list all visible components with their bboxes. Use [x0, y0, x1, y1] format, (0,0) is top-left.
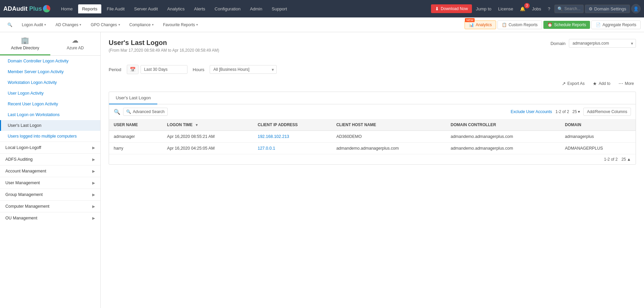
sidebar-item-user-logon-activity[interactable]: User Logon Activity: [0, 88, 100, 99]
domain-label: Domain: [550, 41, 566, 46]
cell-username-2: harry: [109, 143, 162, 154]
active-directory-icon: 🏢: [21, 36, 29, 44]
report-actions: ↗ Export As ★ Add to ⋯ More: [109, 80, 636, 88]
nav-home[interactable]: Home: [57, 4, 77, 13]
calendar-button[interactable]: 📅: [127, 65, 139, 74]
download-icon: ⬇: [435, 6, 439, 11]
subnav-compliance[interactable]: Compliance ▾: [125, 20, 158, 29]
sidebar-section-group-management[interactable]: Group Management ▶: [0, 189, 100, 200]
schedule-reports-button[interactable]: ⏰ Schedule Reports: [543, 21, 590, 29]
chevron-right-icon: ▶: [92, 216, 95, 220]
subnav-logon-audit[interactable]: Logon Audit ▾: [18, 20, 50, 29]
table-tabs: User's Last Logon: [109, 92, 636, 104]
nav-support[interactable]: Support: [268, 4, 291, 13]
nav-admin[interactable]: Admin: [246, 4, 266, 13]
sidebar-section-account-management[interactable]: Account Management ▶: [0, 165, 100, 177]
notification-badge: 3: [524, 3, 530, 8]
add-remove-columns-button[interactable]: Add/Remove Columns: [583, 108, 631, 116]
logo-text: ADAudit Plus: [3, 5, 42, 12]
custom-reports-icon: 📋: [502, 22, 507, 27]
cell-client-ip-2[interactable]: 127.0.0.1: [253, 143, 331, 154]
sidebar-section-computer-management[interactable]: Computer Management ▶: [0, 200, 100, 212]
table-header-row: USER NAME LOGON TIME ▼ CLIENT IP ADDRESS…: [109, 119, 636, 131]
sidebar: 🏢 Active Directory ☁ Azure AD Domain Con…: [0, 32, 101, 308]
add-to-button[interactable]: ★ Add to: [591, 80, 612, 88]
nav-alerts[interactable]: Alerts: [190, 4, 209, 13]
sidebar-item-users-last-logon[interactable]: User's Last Logon: [0, 120, 100, 131]
chevron-down-icon: ▾: [578, 109, 580, 114]
jobs[interactable]: Jobs: [529, 5, 544, 13]
table-header-bar: 🔍 🔍 Advanced Search Exclude User Account…: [109, 104, 636, 119]
subnav-gpo-changes[interactable]: GPO Changes ▾: [87, 20, 124, 29]
sub-navigation: 🔍 Logon Audit ▾ AD Changes ▾ GPO Changes…: [0, 17, 644, 32]
nav-analytics[interactable]: Analytics: [163, 4, 189, 13]
period-input[interactable]: [141, 65, 187, 74]
hours-select[interactable]: All [Business Hours]: [210, 65, 277, 74]
top-navigation: ADAudit Plus Home Reports File Audit Ser…: [0, 0, 644, 17]
footer-per-page-selector[interactable]: 25 ▲: [622, 157, 631, 162]
help-button[interactable]: ?: [545, 5, 553, 13]
nav-file-audit[interactable]: File Audit: [103, 4, 128, 13]
nav-reports[interactable]: Reports: [78, 4, 102, 13]
chevron-down-icon: ▾: [79, 23, 81, 27]
domain-select[interactable]: admanagerplus.com: [569, 39, 636, 48]
sidebar-items: Domain Controller Logon Activity Member …: [0, 56, 100, 308]
advanced-search-button[interactable]: 🔍 Advanced Search: [123, 108, 168, 116]
exclude-user-accounts-link[interactable]: Exclude User Accounts: [511, 109, 552, 114]
sidebar-item-workstation-logon[interactable]: Workstation Logon Activity: [0, 77, 100, 88]
custom-reports-button[interactable]: 📋 Custom Reports: [497, 20, 542, 29]
cell-client-ip-1[interactable]: 192.168.102.213: [253, 131, 331, 143]
download-button[interactable]: ⬇ Download Now: [431, 4, 472, 13]
per-page-selector[interactable]: 25 ▾: [573, 109, 580, 114]
sidebar-tab-active-directory[interactable]: 🏢 Active Directory: [0, 32, 50, 55]
col-logon-time[interactable]: LOGON TIME ▼: [162, 119, 253, 131]
col-domain: DOMAIN: [560, 119, 636, 131]
table-search-icon[interactable]: 🔍: [114, 109, 120, 115]
sidebar-section-local-logon[interactable]: Local Logon-Logoff ▶: [0, 142, 100, 153]
sidebar-item-domain-controller-logon[interactable]: Domain Controller Logon Activity: [0, 56, 100, 66]
chevron-up-icon: ▲: [627, 157, 631, 162]
sidebar-section-ou-management[interactable]: OU Management ▶: [0, 212, 100, 224]
sidebar-section-adfs[interactable]: ADFS Auditing ▶: [0, 153, 100, 165]
domain-select-wrapper: admanagerplus.com: [569, 39, 636, 48]
col-client-host: CLIENT HOST NAME: [332, 119, 446, 131]
analytics-button[interactable]: NEW 📊 Analytics: [465, 20, 496, 29]
jump-to[interactable]: Jump to: [473, 5, 494, 13]
gear-icon: ⚙: [589, 6, 593, 11]
notifications[interactable]: 🔔 3: [517, 5, 528, 13]
sort-icon: ▼: [195, 123, 198, 127]
search-icon: 🔍: [7, 22, 12, 27]
logo: ADAudit Plus: [3, 5, 50, 12]
table-footer: 1-2 of 2 25 ▲: [109, 154, 636, 164]
license[interactable]: License: [495, 5, 516, 13]
sidebar-section-user-management[interactable]: User Management ▶: [0, 177, 100, 189]
sidebar-item-member-server-logon[interactable]: Member Server Logon Activity: [0, 66, 100, 77]
more-button[interactable]: ⋯ More: [616, 80, 636, 88]
aggregate-reports-button[interactable]: 📄 Aggregate Reports: [591, 20, 641, 29]
logo-icon: [43, 5, 50, 12]
search-box[interactable]: 🔍 Search...: [554, 5, 584, 13]
cell-username-1: admanager: [109, 131, 162, 143]
search-icon: 🔍: [557, 6, 563, 11]
table-tab-users-last-logon[interactable]: User's Last Logon: [109, 92, 157, 104]
sidebar-item-last-logon-workstations[interactable]: Last Logon on Workstations: [0, 109, 100, 120]
domain-settings-button[interactable]: ⚙ Domain Settings: [585, 5, 630, 13]
sidebar-item-recent-user-logon[interactable]: Recent User Logon Activity: [0, 99, 100, 109]
sidebar-tab-azure-ad[interactable]: ☁ Azure AD: [50, 32, 101, 55]
period-label: Period: [109, 67, 121, 72]
hours-label: Hours: [193, 67, 205, 72]
analytics-icon: 📊: [469, 22, 474, 27]
sidebar-item-users-multiple-computers[interactable]: Users logged into multiple computers: [0, 131, 100, 142]
subnav-favourite-reports[interactable]: Favourite Reports ▾: [159, 20, 202, 29]
chevron-right-icon: ▶: [92, 157, 95, 162]
nav-configuration[interactable]: Configuration: [211, 4, 245, 13]
export-as-button[interactable]: ↗ Export As: [560, 80, 587, 88]
user-menu-button[interactable]: 👤: [631, 4, 641, 13]
advanced-search-icon: 🔍: [126, 109, 131, 114]
azure-ad-icon: ☁: [72, 36, 78, 44]
subnav-ad-changes[interactable]: AD Changes ▾: [51, 20, 85, 29]
subnav-search[interactable]: 🔍: [3, 20, 16, 29]
report-title: User's Last Logon: [109, 39, 219, 47]
nav-server-audit[interactable]: Server Audit: [130, 4, 162, 13]
table-row: harry Apr 16,2020 04:25:05 AM 127.0.0.1 …: [109, 143, 636, 154]
